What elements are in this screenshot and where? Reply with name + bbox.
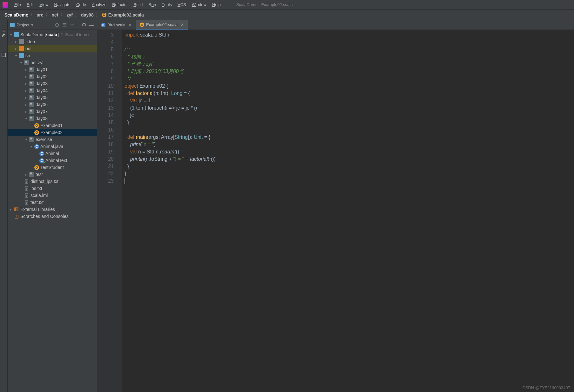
- menu-view[interactable]: View: [37, 0, 51, 10]
- menu-file[interactable]: File: [11, 0, 24, 10]
- locate-icon[interactable]: [54, 22, 60, 28]
- file-icon: [24, 200, 29, 205]
- tree-exercise[interactable]: ▾exercise: [8, 136, 97, 143]
- project-view-selector[interactable]: Project ▾: [10, 23, 52, 27]
- tree-day05[interactable]: ▸day05: [8, 94, 97, 101]
- project-view-label: Project: [17, 23, 29, 27]
- tree-example01[interactable]: OExample01: [8, 122, 97, 129]
- tree-animal[interactable]: CAnimal: [8, 150, 97, 157]
- file-icon: [24, 186, 29, 191]
- object-icon: O: [140, 23, 144, 27]
- package-icon: [29, 81, 34, 86]
- collapse-all-icon[interactable]: [69, 22, 75, 28]
- menu-run[interactable]: Run: [145, 0, 159, 10]
- tree-file-test-txt[interactable]: test.txt: [8, 199, 97, 206]
- menu-refactor[interactable]: Refactor: [109, 0, 131, 10]
- menu-analyze[interactable]: Analyze: [89, 0, 109, 10]
- menu-navigate[interactable]: Navigate: [51, 0, 73, 10]
- expand-all-icon[interactable]: [62, 22, 67, 28]
- object-icon: O: [34, 123, 39, 128]
- project-tree[interactable]: ▾ScalaDemo [scala]F:\ScalaDemo▸.idea▸out…: [8, 30, 97, 392]
- tree-animal-java[interactable]: ▾CAnimal.java: [8, 143, 97, 150]
- tab-example02-scala[interactable]: OExample02.scala✕: [136, 20, 188, 30]
- window-title: ScalaDemo - Example02.scala: [236, 2, 293, 7]
- editor-tabs: CBird.scala✕OExample02.scala✕: [97, 20, 574, 30]
- menu-bar: FileEditViewNavigateCodeAnalyzeRefactorB…: [0, 0, 574, 10]
- tree-day03[interactable]: ▸day03: [8, 80, 97, 87]
- tree-out[interactable]: ▸out: [8, 45, 97, 52]
- breadcrumb-bar: ScalaDemo 〉 src 〉 net 〉 zyf 〉 day08 〉 O …: [0, 10, 574, 20]
- tree-day08[interactable]: ▾day08: [8, 115, 97, 122]
- menu-tools[interactable]: Tools: [159, 0, 175, 10]
- tree-scratches[interactable]: ◳Scratches and Consoles: [8, 213, 97, 220]
- code-zone[interactable]: 34567891011121314151617181920212223 impo…: [97, 30, 574, 392]
- tree-idea[interactable]: ▸.idea: [8, 38, 97, 45]
- tab-bird-scala[interactable]: CBird.scala✕: [97, 20, 136, 30]
- menu-vcs[interactable]: VCS: [175, 0, 189, 10]
- crumb-day08[interactable]: day08: [81, 12, 94, 17]
- tree-example02[interactable]: OExample02: [8, 129, 97, 136]
- tree-animaltext[interactable]: CAnimalText: [8, 157, 97, 164]
- crumb-project[interactable]: ScalaDemo: [4, 12, 28, 17]
- menu-host: FileEditViewNavigateCodeAnalyzeRefactorB…: [11, 0, 224, 10]
- tree-file-distinct_ips-txt[interactable]: distinct_ips.txt: [8, 178, 97, 185]
- package-icon: [29, 67, 34, 72]
- tree-day06[interactable]: ▸day06: [8, 101, 97, 108]
- tree-day04[interactable]: ▸day04: [8, 87, 97, 94]
- tree-file-ips-txt[interactable]: ips.txt: [8, 185, 97, 192]
- hide-icon[interactable]: —: [89, 22, 94, 28]
- object-icon: O: [34, 130, 39, 135]
- tree-teststudent[interactable]: OTestStudent: [8, 164, 97, 171]
- object-icon: O: [102, 13, 106, 17]
- editor-area: CBird.scala✕OExample02.scala✕ 3456789101…: [97, 20, 574, 392]
- fold-column[interactable]: [116, 30, 122, 392]
- svg-rect-3: [17, 208, 18, 211]
- tree-day01[interactable]: ▸day01: [8, 66, 97, 73]
- class-icon: C: [34, 144, 39, 149]
- divider: [77, 22, 77, 28]
- folder-icon: [19, 46, 24, 51]
- svg-point-0: [55, 24, 58, 26]
- line-gutter[interactable]: 34567891011121314151617181920212223: [97, 30, 116, 392]
- tree-pkg[interactable]: ▾net.zyf: [8, 59, 97, 66]
- project-tool-tab[interactable]: Project: [2, 25, 6, 37]
- menu-help[interactable]: Help: [209, 0, 224, 10]
- close-icon[interactable]: ✕: [181, 23, 184, 27]
- folder-icon: [19, 53, 24, 58]
- tree-test[interactable]: ▸test: [8, 171, 97, 178]
- folder-icon: [19, 39, 24, 44]
- crumb-zyf[interactable]: zyf: [67, 12, 73, 17]
- crumb-net[interactable]: net: [52, 12, 58, 17]
- gear-icon[interactable]: [81, 22, 87, 28]
- menu-window[interactable]: Window: [189, 0, 209, 10]
- close-icon[interactable]: ✕: [129, 23, 132, 27]
- tree-src[interactable]: ▾src: [8, 52, 97, 59]
- package-icon: [29, 74, 34, 79]
- package-icon: [29, 88, 34, 93]
- file-icon: [24, 179, 29, 184]
- svg-rect-2: [16, 208, 17, 211]
- crumb-file[interactable]: Example02.scala: [108, 12, 144, 17]
- structure-tool-icon[interactable]: [2, 53, 6, 57]
- app-logo-icon: [3, 2, 8, 8]
- svg-rect-1: [15, 208, 16, 211]
- crumb-sep-icon: 〉: [60, 12, 65, 18]
- tree-file-scala-iml[interactable]: scala.iml: [8, 192, 97, 199]
- menu-build[interactable]: Build: [131, 0, 145, 10]
- package-icon: [29, 102, 34, 107]
- crumb-sep-icon: 〉: [30, 12, 35, 18]
- code-content[interactable]: import scala.io.StdIn/** * 功能： * 作者：zyf …: [122, 30, 574, 392]
- tab-label: Example02.scala: [146, 22, 178, 27]
- menu-code[interactable]: Code: [73, 0, 89, 10]
- class-run-icon: C: [39, 158, 44, 163]
- tree-day07[interactable]: ▸day07: [8, 108, 97, 115]
- tree-day02[interactable]: ▸day02: [8, 73, 97, 80]
- tree-external-libraries[interactable]: ▸External Libraries: [8, 206, 97, 213]
- menu-edit[interactable]: Edit: [24, 0, 37, 10]
- tab-label: Bird.scala: [107, 23, 125, 27]
- crumb-src[interactable]: src: [37, 12, 43, 17]
- class-icon: C: [39, 151, 44, 156]
- tree-root[interactable]: ▾ScalaDemo [scala]F:\ScalaDemo: [8, 31, 97, 38]
- package-icon: [29, 172, 34, 177]
- package-icon: [29, 109, 34, 114]
